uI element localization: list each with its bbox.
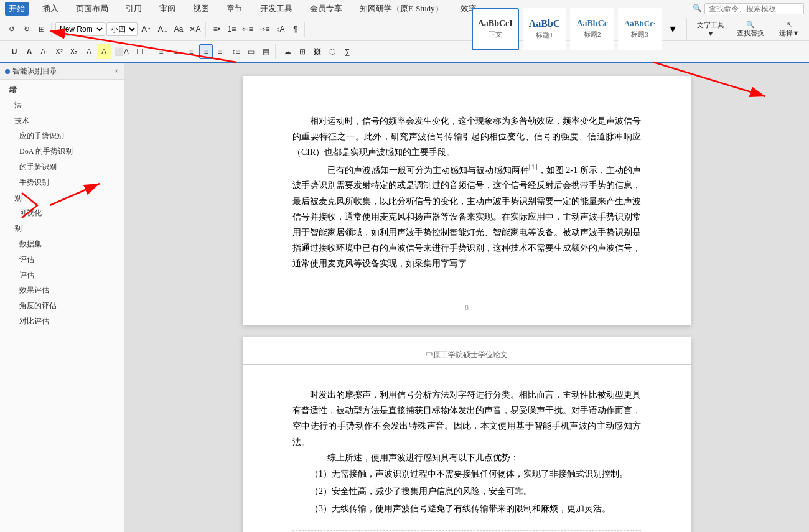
sidebar: 智能识别目录 × 绪 法 技术 应的手势识别 DoA 的手势识别 的手势识别 手…: [0, 63, 124, 532]
styles-more-button[interactable]: ▼: [665, 24, 680, 35]
distributed-btn[interactable]: ≡|: [214, 44, 228, 59]
font-size-select[interactable]: 小四: [106, 22, 138, 36]
para-border-btn[interactable]: ▭: [244, 44, 258, 59]
select-button[interactable]: ↖选择▼: [772, 18, 807, 40]
nav-item-5[interactable]: 的手势识别: [0, 159, 124, 175]
align-left-btn[interactable]: ≡: [154, 44, 168, 59]
text-box-btn[interactable]: ☐: [133, 44, 146, 59]
home-button[interactable]: ⊞: [35, 22, 49, 37]
equation-btn[interactable]: ∑: [340, 44, 354, 59]
nav-item-9[interactable]: 别: [0, 221, 124, 236]
menu-item-developer[interactable]: 开发工具: [256, 2, 296, 16]
superscript-btn[interactable]: X²: [52, 44, 66, 59]
sidebar-nav: 绪 法 技术 应的手势识别 DoA 的手势识别 的手势识别 手势识别 别 可视化…: [0, 80, 124, 532]
right-tools-group: 文字工具▼ 🔍查找替换 ↖选择▼: [686, 18, 807, 40]
menu-item-review[interactable]: 审阅: [156, 2, 179, 16]
align-right-btn[interactable]: ≡: [184, 44, 198, 59]
list-number-button[interactable]: 1≡: [225, 22, 238, 37]
toolbar-row1: ↺ ↻ ⊞ New Rome 小四 A↑ A↓ Aa ✕A ≡• 1≡ ⇐≡ ⇒…: [0, 17, 809, 41]
nav-item-3[interactable]: 应的手势识别: [0, 128, 124, 144]
sidebar-title-text: 智能识别目录: [12, 66, 57, 77]
subscript-btn[interactable]: X₂: [67, 44, 81, 59]
style-normal-label: 正文: [489, 30, 502, 39]
style-normal[interactable]: AaBbCcI 正文: [472, 8, 519, 50]
find-icon: 🔍: [746, 21, 755, 29]
line-spacing-btn[interactable]: ↕≡: [229, 44, 243, 59]
clear-format-button[interactable]: ✕A: [187, 22, 203, 37]
style-heading2-label: 标题2: [584, 30, 601, 39]
menu-item-member[interactable]: 会员专享: [306, 2, 346, 16]
font-color-btn[interactable]: A: [22, 44, 36, 59]
indent-decrease-button[interactable]: ⇐≡: [240, 22, 255, 37]
text-tools-button[interactable]: 文字工具▼: [692, 18, 729, 40]
page2-header: 中原工学院硕士学位论文: [243, 350, 691, 365]
sort-button[interactable]: ↕A: [273, 22, 287, 37]
page2-list3: （3）无线传输，使用声波信号避免了有线传输带来的限制和麻烦，更加灵活。: [310, 500, 641, 518]
page2-list1: （1）无需接触，声波识别过程中不需要接触任何物体，实现了非接触式识别控制。: [310, 465, 641, 483]
search-input[interactable]: [704, 3, 804, 14]
style-heading1-label: 标题1: [536, 30, 553, 40]
menu-item-view[interactable]: 视图: [189, 2, 213, 16]
nav-item-0[interactable]: 绪: [0, 82, 124, 98]
shape-btn[interactable]: ☁: [281, 44, 294, 59]
align-justify-btn[interactable]: ≡: [199, 44, 213, 59]
menu-item-insert[interactable]: 插入: [39, 2, 62, 16]
smartart-btn[interactable]: ⬡: [325, 44, 339, 59]
style-panel: AaBbCcI 正文 AaBbC 标题1 AaBbCc 标题2 AaBbCc· …: [467, 6, 685, 53]
list-bullet-button[interactable]: ≡•: [210, 22, 223, 37]
char-scale-btn[interactable]: A: [82, 44, 96, 59]
highlight-btn[interactable]: A·: [37, 44, 51, 59]
sidebar-header: 智能识别目录 ×: [0, 63, 124, 80]
nav-item-4[interactable]: DoA 的手势识别: [0, 144, 124, 159]
sidebar-dot-icon: [5, 69, 10, 74]
nav-item-2[interactable]: 技术: [0, 113, 124, 129]
menu-item-layout[interactable]: 页面布局: [72, 2, 112, 16]
undo-redo-group: ↺ ↻ ⊞: [2, 22, 52, 37]
nav-item-8[interactable]: 可视化: [0, 205, 124, 221]
page1-number: 8: [465, 303, 469, 312]
page-2-content: 时发出的摩擦声，利用信号分析方法对字符进行分类。相比而言，主动性比被动型更具有普…: [292, 387, 641, 518]
style-heading3[interactable]: AaBbCc· 标题3: [618, 8, 662, 50]
page-2: 中原工学院硕士学位论文 时发出的摩擦声，利用信号分析方法对字符进行分类。相比而言…: [243, 337, 691, 532]
nav-item-12[interactable]: 评估: [0, 268, 124, 283]
underline-button[interactable]: U: [7, 44, 21, 59]
indent-increase-button[interactable]: ⇒≡: [256, 22, 272, 37]
style-heading1[interactable]: AaBbC 标题1: [523, 8, 567, 50]
change-case-button[interactable]: Aa: [172, 22, 186, 37]
toolbar-row2: U A A· X² X₂ A A ⬜A ☐ ≡ ≡ ≡ ≡ ≡| ↕≡ ▭ ▤ …: [0, 41, 809, 63]
font-shrink-button[interactable]: A↓: [155, 22, 170, 37]
nav-item-6[interactable]: 手势识别: [0, 175, 124, 190]
undo-button[interactable]: ↺: [5, 22, 19, 37]
nav-item-14[interactable]: 角度的评估: [0, 298, 124, 314]
nav-item-1[interactable]: 法: [0, 98, 124, 113]
show-marks-button[interactable]: ¶: [288, 22, 302, 37]
font-group: New Rome 小四 A↑ A↓ Aa ✕A: [53, 22, 206, 37]
shading2-btn[interactable]: ▤: [259, 44, 273, 59]
find-replace-button[interactable]: 🔍查找替换: [732, 18, 769, 40]
nav-item-10[interactable]: 数据集: [0, 236, 124, 252]
style-normal-preview: AaBbCcI: [478, 19, 513, 29]
main-area: 智能识别目录 × 绪 法 技术 应的手势识别 DoA 的手势识别 的手势识别 手…: [0, 63, 809, 532]
menu-bar: 开始 插入 页面布局 引用 审阅 视图 章节 开发工具 会员专享 知网研学（原E…: [0, 0, 809, 17]
font-grow-button[interactable]: A↑: [139, 22, 154, 37]
document-area: 相对运动时，信号的频率会发生变化，这个现象称为多普勒效应，频率变化是声波信号的重…: [124, 63, 809, 532]
menu-item-start[interactable]: 开始: [5, 2, 29, 16]
nav-item-7[interactable]: 别: [0, 190, 124, 206]
page1-para1: 相对运动时，信号的频率会发生变化，这个现象称为多普勒效应，频率变化是声波信号的重…: [292, 113, 641, 161]
align-center-btn[interactable]: ≡: [169, 44, 183, 59]
menu-item-chapter[interactable]: 章节: [223, 2, 246, 16]
image-btn[interactable]: 🖼: [311, 44, 324, 59]
menu-item-reference[interactable]: 引用: [122, 2, 146, 16]
shading-btn[interactable]: A: [97, 44, 111, 59]
nav-item-11[interactable]: 评估: [0, 252, 124, 268]
border-btn[interactable]: ⬜A: [112, 44, 131, 59]
font-name-select[interactable]: New Rome: [55, 22, 105, 36]
redo-button[interactable]: ↻: [20, 22, 34, 37]
sidebar-close-button[interactable]: ×: [114, 67, 119, 77]
menu-item-zhiwang[interactable]: 知网研学（原E-Study）: [356, 2, 447, 16]
style-heading2[interactable]: AaBbCc 标题2: [570, 8, 614, 50]
nav-item-15[interactable]: 对比评估: [0, 314, 124, 329]
nav-item-13[interactable]: 效果评估: [0, 282, 124, 298]
sidebar-title-container: 智能识别目录: [5, 66, 57, 77]
table-btn[interactable]: ⊞: [296, 44, 309, 59]
